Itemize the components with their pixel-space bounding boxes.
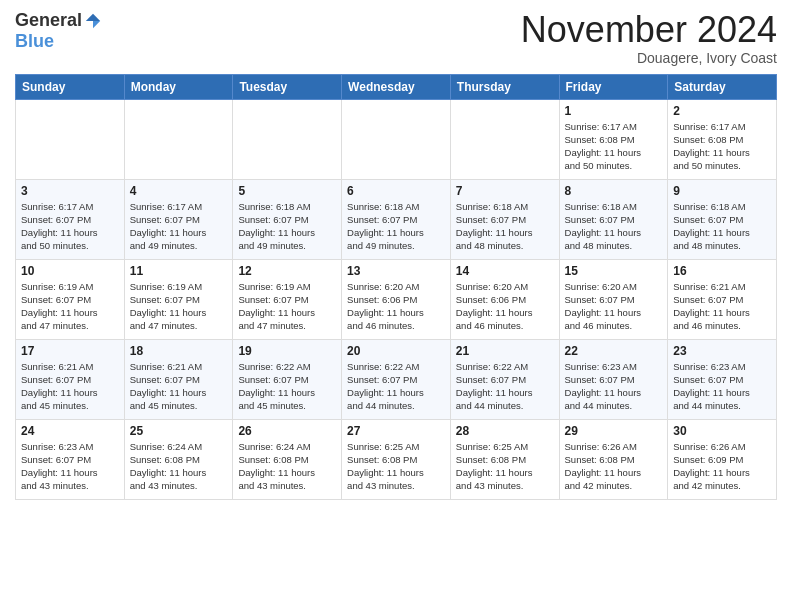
weekday-header-friday: Friday	[559, 74, 668, 99]
day-info: Sunrise: 6:21 AM Sunset: 6:07 PM Dayligh…	[673, 280, 771, 333]
day-cell-10: 10Sunrise: 6:19 AM Sunset: 6:07 PM Dayli…	[16, 259, 125, 339]
day-cell-18: 18Sunrise: 6:21 AM Sunset: 6:07 PM Dayli…	[124, 339, 233, 419]
day-cell-30: 30Sunrise: 6:26 AM Sunset: 6:09 PM Dayli…	[668, 419, 777, 499]
day-info: Sunrise: 6:17 AM Sunset: 6:07 PM Dayligh…	[21, 200, 119, 253]
weekday-header-thursday: Thursday	[450, 74, 559, 99]
day-number: 3	[21, 184, 119, 198]
day-cell-15: 15Sunrise: 6:20 AM Sunset: 6:07 PM Dayli…	[559, 259, 668, 339]
day-info: Sunrise: 6:18 AM Sunset: 6:07 PM Dayligh…	[673, 200, 771, 253]
weekday-header-saturday: Saturday	[668, 74, 777, 99]
day-cell-26: 26Sunrise: 6:24 AM Sunset: 6:08 PM Dayli…	[233, 419, 342, 499]
day-info: Sunrise: 6:26 AM Sunset: 6:09 PM Dayligh…	[673, 440, 771, 493]
month-title: November 2024	[521, 10, 777, 50]
day-number: 11	[130, 264, 228, 278]
calendar: SundayMondayTuesdayWednesdayThursdayFrid…	[15, 74, 777, 500]
logo-icon	[84, 12, 102, 30]
logo-area: General Blue	[15, 10, 102, 52]
day-cell-9: 9Sunrise: 6:18 AM Sunset: 6:07 PM Daylig…	[668, 179, 777, 259]
day-cell-4: 4Sunrise: 6:17 AM Sunset: 6:07 PM Daylig…	[124, 179, 233, 259]
day-cell-29: 29Sunrise: 6:26 AM Sunset: 6:08 PM Dayli…	[559, 419, 668, 499]
day-info: Sunrise: 6:22 AM Sunset: 6:07 PM Dayligh…	[238, 360, 336, 413]
day-cell-24: 24Sunrise: 6:23 AM Sunset: 6:07 PM Dayli…	[16, 419, 125, 499]
day-number: 25	[130, 424, 228, 438]
empty-cell	[342, 99, 451, 179]
day-info: Sunrise: 6:17 AM Sunset: 6:08 PM Dayligh…	[673, 120, 771, 173]
day-number: 10	[21, 264, 119, 278]
day-cell-22: 22Sunrise: 6:23 AM Sunset: 6:07 PM Dayli…	[559, 339, 668, 419]
day-info: Sunrise: 6:18 AM Sunset: 6:07 PM Dayligh…	[565, 200, 663, 253]
empty-cell	[16, 99, 125, 179]
day-number: 20	[347, 344, 445, 358]
day-info: Sunrise: 6:24 AM Sunset: 6:08 PM Dayligh…	[238, 440, 336, 493]
day-number: 6	[347, 184, 445, 198]
day-cell-3: 3Sunrise: 6:17 AM Sunset: 6:07 PM Daylig…	[16, 179, 125, 259]
week-row-1: 1Sunrise: 6:17 AM Sunset: 6:08 PM Daylig…	[16, 99, 777, 179]
day-number: 5	[238, 184, 336, 198]
weekday-header-sunday: Sunday	[16, 74, 125, 99]
weekday-header-tuesday: Tuesday	[233, 74, 342, 99]
day-cell-1: 1Sunrise: 6:17 AM Sunset: 6:08 PM Daylig…	[559, 99, 668, 179]
day-number: 2	[673, 104, 771, 118]
day-info: Sunrise: 6:20 AM Sunset: 6:06 PM Dayligh…	[456, 280, 554, 333]
day-info: Sunrise: 6:20 AM Sunset: 6:06 PM Dayligh…	[347, 280, 445, 333]
day-number: 28	[456, 424, 554, 438]
day-info: Sunrise: 6:21 AM Sunset: 6:07 PM Dayligh…	[130, 360, 228, 413]
day-number: 12	[238, 264, 336, 278]
svg-marker-1	[93, 21, 100, 28]
day-number: 1	[565, 104, 663, 118]
day-number: 13	[347, 264, 445, 278]
day-number: 23	[673, 344, 771, 358]
logo-blue-row: Blue	[15, 31, 54, 52]
day-cell-25: 25Sunrise: 6:24 AM Sunset: 6:08 PM Dayli…	[124, 419, 233, 499]
day-cell-27: 27Sunrise: 6:25 AM Sunset: 6:08 PM Dayli…	[342, 419, 451, 499]
empty-cell	[450, 99, 559, 179]
day-cell-16: 16Sunrise: 6:21 AM Sunset: 6:07 PM Dayli…	[668, 259, 777, 339]
logo: General	[15, 10, 102, 31]
day-cell-11: 11Sunrise: 6:19 AM Sunset: 6:07 PM Dayli…	[124, 259, 233, 339]
day-cell-14: 14Sunrise: 6:20 AM Sunset: 6:06 PM Dayli…	[450, 259, 559, 339]
week-row-4: 17Sunrise: 6:21 AM Sunset: 6:07 PM Dayli…	[16, 339, 777, 419]
day-number: 15	[565, 264, 663, 278]
day-number: 30	[673, 424, 771, 438]
empty-cell	[124, 99, 233, 179]
day-info: Sunrise: 6:25 AM Sunset: 6:08 PM Dayligh…	[456, 440, 554, 493]
day-cell-23: 23Sunrise: 6:23 AM Sunset: 6:07 PM Dayli…	[668, 339, 777, 419]
day-number: 19	[238, 344, 336, 358]
day-info: Sunrise: 6:17 AM Sunset: 6:08 PM Dayligh…	[565, 120, 663, 173]
day-info: Sunrise: 6:18 AM Sunset: 6:07 PM Dayligh…	[238, 200, 336, 253]
day-info: Sunrise: 6:22 AM Sunset: 6:07 PM Dayligh…	[347, 360, 445, 413]
week-row-5: 24Sunrise: 6:23 AM Sunset: 6:07 PM Dayli…	[16, 419, 777, 499]
page: General Blue November 2024 Douagere, Ivo…	[0, 0, 792, 612]
day-cell-6: 6Sunrise: 6:18 AM Sunset: 6:07 PM Daylig…	[342, 179, 451, 259]
location: Douagere, Ivory Coast	[521, 50, 777, 66]
day-cell-28: 28Sunrise: 6:25 AM Sunset: 6:08 PM Dayli…	[450, 419, 559, 499]
empty-cell	[233, 99, 342, 179]
day-number: 21	[456, 344, 554, 358]
day-info: Sunrise: 6:24 AM Sunset: 6:08 PM Dayligh…	[130, 440, 228, 493]
day-number: 24	[21, 424, 119, 438]
day-info: Sunrise: 6:20 AM Sunset: 6:07 PM Dayligh…	[565, 280, 663, 333]
day-number: 26	[238, 424, 336, 438]
day-cell-12: 12Sunrise: 6:19 AM Sunset: 6:07 PM Dayli…	[233, 259, 342, 339]
day-number: 29	[565, 424, 663, 438]
day-cell-7: 7Sunrise: 6:18 AM Sunset: 6:07 PM Daylig…	[450, 179, 559, 259]
day-info: Sunrise: 6:21 AM Sunset: 6:07 PM Dayligh…	[21, 360, 119, 413]
day-info: Sunrise: 6:19 AM Sunset: 6:07 PM Dayligh…	[130, 280, 228, 333]
header: General Blue November 2024 Douagere, Ivo…	[15, 10, 777, 66]
day-number: 22	[565, 344, 663, 358]
day-number: 18	[130, 344, 228, 358]
day-cell-5: 5Sunrise: 6:18 AM Sunset: 6:07 PM Daylig…	[233, 179, 342, 259]
day-cell-8: 8Sunrise: 6:18 AM Sunset: 6:07 PM Daylig…	[559, 179, 668, 259]
day-info: Sunrise: 6:18 AM Sunset: 6:07 PM Dayligh…	[456, 200, 554, 253]
day-number: 9	[673, 184, 771, 198]
week-row-3: 10Sunrise: 6:19 AM Sunset: 6:07 PM Dayli…	[16, 259, 777, 339]
day-number: 14	[456, 264, 554, 278]
day-info: Sunrise: 6:19 AM Sunset: 6:07 PM Dayligh…	[21, 280, 119, 333]
day-cell-2: 2Sunrise: 6:17 AM Sunset: 6:08 PM Daylig…	[668, 99, 777, 179]
day-info: Sunrise: 6:18 AM Sunset: 6:07 PM Dayligh…	[347, 200, 445, 253]
svg-marker-0	[86, 13, 100, 20]
day-cell-21: 21Sunrise: 6:22 AM Sunset: 6:07 PM Dayli…	[450, 339, 559, 419]
day-info: Sunrise: 6:23 AM Sunset: 6:07 PM Dayligh…	[21, 440, 119, 493]
weekday-header-row: SundayMondayTuesdayWednesdayThursdayFrid…	[16, 74, 777, 99]
day-info: Sunrise: 6:25 AM Sunset: 6:08 PM Dayligh…	[347, 440, 445, 493]
